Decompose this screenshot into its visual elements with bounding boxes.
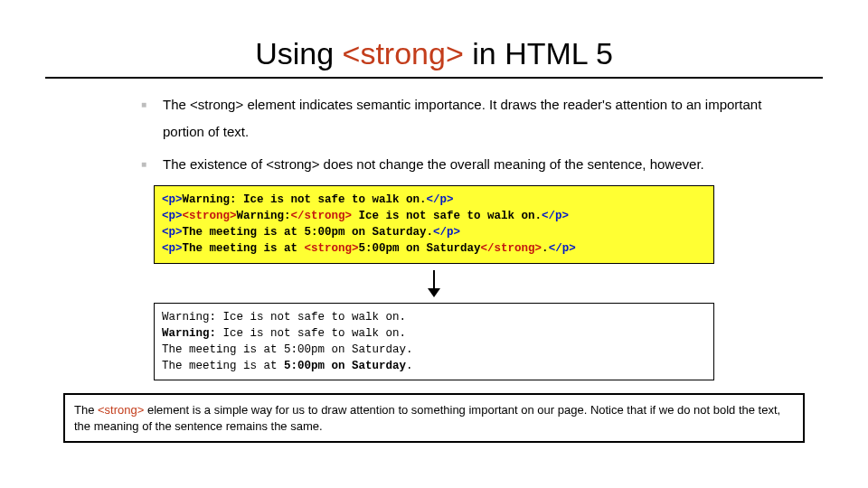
html-tag: <p>	[162, 210, 183, 222]
output-box: Warning: Ice is not safe to walk on. War…	[154, 303, 714, 381]
html-tag: <p>	[162, 226, 183, 239]
footnote-tag: <strong>	[98, 403, 144, 417]
bullet-item: The existence of <strong> does not chang…	[163, 151, 805, 178]
svg-marker-1	[428, 288, 440, 297]
slide: Using <strong> in HTML 5 The <strong> el…	[0, 0, 868, 488]
output-line: The meeting is at	[162, 360, 284, 372]
output-line: The meeting is at 5:00pm on Saturday.	[162, 343, 413, 356]
code-text: The meeting is at 5:00pm on Saturday.	[183, 226, 434, 239]
title-text-post: in HTML 5	[464, 36, 613, 70]
footnote-box: The <strong> element is a simple way for…	[63, 393, 805, 443]
html-tag: <p>	[162, 242, 183, 255]
footnote-pre: The	[74, 403, 98, 417]
bullet-list: The <strong> element indicates semantic …	[45, 91, 823, 178]
code-text: Warning:	[237, 210, 291, 222]
html-strong-tag: </strong>	[481, 242, 542, 255]
code-example-box: <p>Warning: Ice is not safe to walk on.<…	[154, 185, 714, 264]
html-tag: <p>	[162, 193, 183, 206]
output-bold: 5:00pm on Saturday	[284, 360, 406, 372]
footnote-post: element is a simple way for us to draw a…	[74, 403, 780, 433]
html-strong-tag: <strong>	[183, 210, 237, 222]
code-text: 5:00pm on Saturday	[359, 242, 481, 255]
html-tag: </p>	[542, 210, 569, 222]
output-line: Ice is not safe to walk on.	[216, 327, 406, 340]
output-line: .	[406, 360, 413, 372]
html-strong-tag: </strong>	[291, 210, 353, 222]
page-title: Using <strong> in HTML 5	[45, 36, 823, 71]
code-text: Ice is not safe to walk on.	[352, 210, 542, 222]
html-tag: </p>	[427, 193, 454, 206]
html-tag: </p>	[549, 242, 576, 255]
html-strong-tag: <strong>	[305, 242, 359, 255]
title-underline	[45, 77, 823, 79]
code-text: .	[542, 242, 549, 255]
code-text: The meeting is at	[183, 242, 305, 255]
arrow-down-icon	[45, 270, 823, 301]
output-line: Warning: Ice is not safe to walk on.	[162, 311, 406, 324]
output-bold: Warning:	[162, 327, 216, 340]
title-text-pre: Using	[255, 36, 342, 70]
title-tag: <strong>	[343, 36, 464, 70]
code-text: Warning: Ice is not safe to walk on.	[183, 193, 427, 206]
bullet-item: The <strong> element indicates semantic …	[163, 91, 805, 145]
html-tag: </p>	[433, 226, 460, 239]
